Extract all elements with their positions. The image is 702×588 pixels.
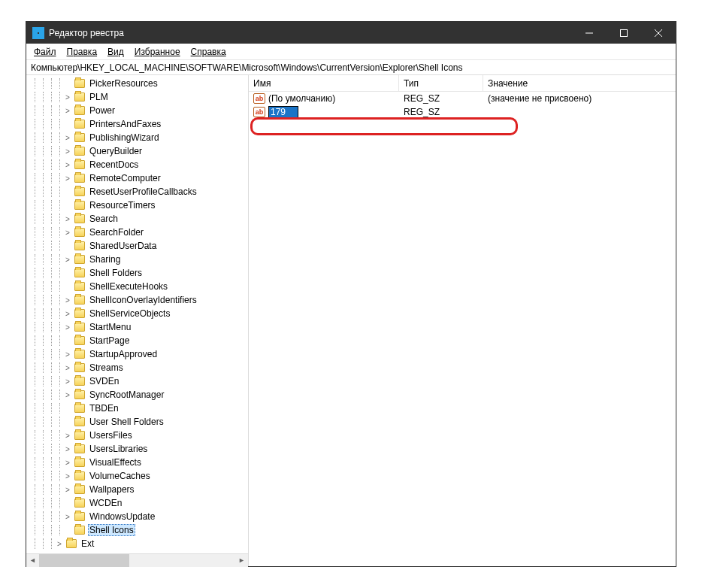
scroll-thumb[interactable]: [39, 554, 129, 567]
folder-icon: [74, 309, 85, 318]
menu-file[interactable]: Файл: [29, 45, 61, 59]
tree-pane: PickerResources>PLM>PowerPrintersAndFaxe…: [26, 75, 249, 566]
tree-item[interactable]: StartPage: [29, 334, 248, 347]
values-list[interactable]: ab(По умолчанию)REG_SZ(значение не присв…: [249, 92, 676, 566]
scroll-right-button[interactable]: ►: [235, 554, 248, 567]
tree-horizontal-scrollbar[interactable]: ◄ ►: [26, 553, 248, 566]
tree-item[interactable]: >WindowsUpdate: [29, 510, 248, 523]
tree-item[interactable]: >StartMenu: [29, 320, 248, 334]
chevron-right-icon[interactable]: >: [62, 92, 73, 102]
tree-item[interactable]: WCDEn: [29, 496, 248, 510]
chevron-right-icon[interactable]: >: [62, 471, 73, 481]
folder-icon: [74, 106, 85, 115]
chevron-right-icon[interactable]: >: [62, 511, 73, 522]
folder-icon: [74, 499, 85, 508]
tree-item[interactable]: User Shell Folders: [29, 415, 248, 429]
chevron-right-icon[interactable]: >: [62, 389, 73, 400]
scroll-track[interactable]: [39, 554, 235, 567]
tree-item[interactable]: >UsersLibraries: [29, 442, 248, 456]
registry-tree[interactable]: PickerResources>PLM>PowerPrintersAndFaxe…: [26, 75, 248, 553]
tree-item[interactable]: >ShellIconOverlayIdentifiers: [29, 293, 248, 307]
tree-item-label: WCDEn: [88, 498, 123, 508]
folder-icon: [74, 174, 85, 183]
tree-item[interactable]: ResourceTimers: [29, 199, 248, 212]
tree-item[interactable]: TBDEn: [29, 402, 248, 415]
tree-item[interactable]: >PublishingWizard: [29, 131, 248, 144]
tree-item[interactable]: >PLM: [29, 90, 248, 104]
tree-item[interactable]: >SVDEn: [29, 374, 248, 388]
scroll-left-button[interactable]: ◄: [26, 554, 39, 567]
folder-icon: [74, 268, 85, 277]
address-bar[interactable]: Компьютер\HKEY_LOCAL_MACHINE\SOFTWARE\Mi…: [26, 60, 676, 75]
titlebar: Редактор реестра: [26, 22, 676, 44]
tree-item[interactable]: >SearchFolder: [29, 226, 248, 239]
tree-item[interactable]: >QueryBuilder: [29, 144, 248, 158]
chevron-right-icon[interactable]: >: [62, 254, 73, 265]
column-header-type[interactable]: Тип: [399, 75, 483, 91]
chevron-right-icon[interactable]: >: [62, 146, 73, 156]
close-button[interactable]: [641, 22, 676, 44]
tree-item-label: SharedUserData: [88, 241, 158, 251]
tree-item[interactable]: SharedUserData: [29, 239, 248, 253]
chevron-right-icon[interactable]: >: [62, 444, 73, 454]
tree-item[interactable]: >StartupApproved: [29, 347, 248, 361]
menu-edit[interactable]: Правка: [62, 45, 102, 59]
value-data: (значение не присвоено): [483, 93, 676, 104]
chevron-right-icon[interactable]: >: [54, 538, 65, 549]
folder-icon: [74, 350, 85, 359]
menu-view[interactable]: Вид: [103, 45, 129, 59]
chevron-right-icon[interactable]: >: [62, 105, 73, 116]
tree-item[interactable]: ShellExecuteHooks: [29, 280, 248, 293]
tree-item[interactable]: >Wallpapers: [29, 483, 248, 496]
tree-item-label: StartPage: [88, 335, 131, 346]
column-header-value[interactable]: Значение: [483, 75, 676, 91]
tree-item-label: ShellServiceObjects: [88, 308, 171, 319]
chevron-right-icon[interactable]: >: [62, 173, 73, 183]
menu-help[interactable]: Справка: [186, 45, 231, 59]
minimize-button[interactable]: [572, 22, 607, 44]
menu-favorites[interactable]: Избранное: [130, 45, 185, 59]
chevron-right-icon[interactable]: >: [62, 214, 73, 224]
string-value-icon: ab: [253, 107, 265, 117]
tree-item[interactable]: >Search: [29, 212, 248, 226]
tree-item[interactable]: >SyncRootManager: [29, 388, 248, 402]
tree-item[interactable]: Shell Icons: [29, 523, 248, 537]
chevron-right-icon[interactable]: >: [62, 457, 73, 468]
tree-item[interactable]: >VisualEffects: [29, 456, 248, 469]
chevron-right-icon[interactable]: >: [62, 376, 73, 386]
folder-icon: [74, 79, 85, 88]
folder-icon: [74, 444, 85, 453]
chevron-right-icon[interactable]: >: [62, 322, 73, 332]
tree-item[interactable]: >Power: [29, 104, 248, 117]
chevron-right-icon[interactable]: >: [62, 484, 73, 495]
chevron-right-icon[interactable]: >: [62, 308, 73, 319]
tree-item[interactable]: >RemoteComputer: [29, 171, 248, 185]
tree-item[interactable]: >Ext: [29, 537, 248, 550]
tree-item[interactable]: >RecentDocs: [29, 158, 248, 171]
tree-item[interactable]: PickerResources: [29, 77, 248, 90]
chevron-right-icon[interactable]: >: [62, 430, 73, 441]
value-row[interactable]: ab(По умолчанию)REG_SZ(значение не присв…: [249, 92, 676, 105]
tree-item[interactable]: ResetUserProfileCallbacks: [29, 185, 248, 199]
tree-item[interactable]: >ShellServiceObjects: [29, 307, 248, 320]
tree-item[interactable]: >VolumeCaches: [29, 469, 248, 483]
chevron-right-icon[interactable]: >: [62, 349, 73, 359]
folder-icon: [74, 133, 85, 142]
chevron-right-icon[interactable]: >: [62, 227, 73, 238]
folder-icon: [74, 160, 85, 169]
value-row[interactable]: abREG_SZ: [249, 105, 676, 119]
maximize-button[interactable]: [607, 22, 641, 44]
tree-item[interactable]: >Sharing: [29, 253, 248, 266]
chevron-right-icon[interactable]: >: [62, 159, 73, 170]
chevron-right-icon[interactable]: >: [62, 295, 73, 305]
tree-item[interactable]: Shell Folders: [29, 266, 248, 280]
address-text: Компьютер\HKEY_LOCAL_MACHINE\SOFTWARE\Mi…: [31, 62, 463, 73]
tree-item[interactable]: >Streams: [29, 361, 248, 374]
tree-item-label: PrintersAndFaxes: [88, 119, 162, 129]
column-header-name[interactable]: Имя: [249, 75, 399, 91]
chevron-right-icon[interactable]: >: [62, 362, 73, 373]
chevron-right-icon[interactable]: >: [62, 132, 73, 143]
tree-item[interactable]: >UsersFiles: [29, 429, 248, 442]
tree-item[interactable]: PrintersAndFaxes: [29, 117, 248, 131]
value-name-edit-input[interactable]: [268, 106, 298, 118]
